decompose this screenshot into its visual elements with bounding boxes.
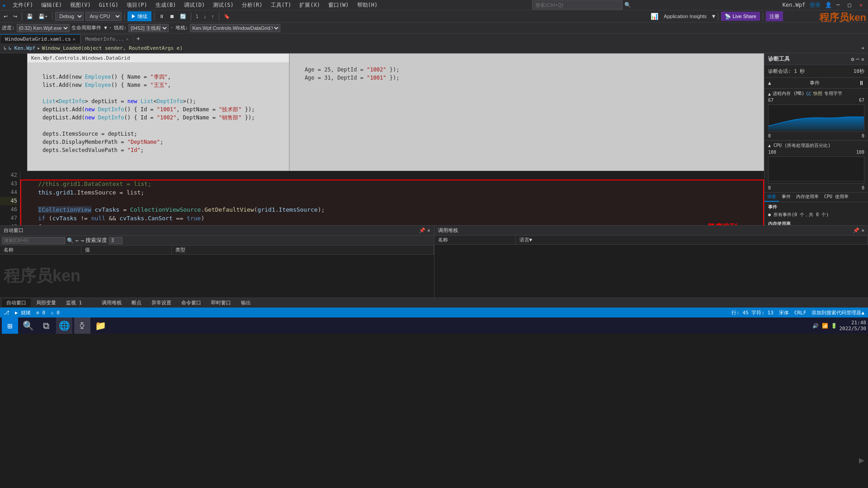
breadcrumb-project[interactable]: ↳ Ken.Wpf — [9, 45, 36, 51]
save-btn[interactable]: 💾 — [25, 11, 35, 21]
menu-project[interactable]: 项目(P) — [123, 0, 151, 10]
auto-window-title: 自动窗口 — [4, 227, 24, 234]
auto-window-controls: 📌 ✕ — [419, 227, 430, 233]
cpu-100-right: 100 — [856, 150, 864, 155]
stack-dropdown[interactable]: Ken.Wpf.Controls.WindowDataGrid.Wi... — [190, 24, 280, 32]
step-over-btn[interactable]: ⤵ — [194, 11, 200, 21]
bottom-tab-monitor1[interactable]: 监视 1 — [61, 298, 86, 307]
diag-tab-cpu[interactable]: CPU 使用率 — [821, 193, 851, 202]
auto-window-watermark: 程序员ken — [4, 265, 80, 287]
redo-btn[interactable]: ↪ — [11, 11, 19, 21]
start-btn[interactable]: ▶ 继续 — [127, 11, 151, 21]
start-btn[interactable]: ⊞ — [2, 317, 18, 334]
taskbar-taskview[interactable]: ⧉ — [38, 317, 54, 334]
menu-help[interactable]: 帮助(H) — [354, 0, 382, 10]
diag-minimize-icon[interactable]: ─ — [856, 56, 859, 62]
expand-btn[interactable]: + — [861, 45, 864, 51]
bottom-tab-autowindow[interactable]: 自动窗口 — [2, 298, 31, 307]
menu-test[interactable]: 测试(S) — [209, 0, 237, 10]
build-config-dropdown[interactable]: Debug — [55, 12, 84, 21]
login-link[interactable]: 登录 — [810, 1, 821, 9]
code-text[interactable]: //this.grid1.DataContext = list; this.gr… — [20, 171, 764, 225]
bookmark-btn[interactable]: 🔖 — [222, 11, 232, 21]
call-stack-controls: 📌 ✕ — [853, 227, 864, 233]
feedback-btn[interactable]: 注册 — [766, 11, 783, 21]
step-out-btn[interactable]: ↑ — [210, 11, 216, 21]
bottom-tab-immediate[interactable]: 即时窗口 — [207, 298, 236, 307]
menu-git[interactable]: Git(G) — [95, 1, 122, 9]
auto-window-pin[interactable]: 📌 — [419, 227, 425, 233]
menu-analyze[interactable]: 分析(R) — [238, 0, 266, 10]
status-right: 行: 45 字符: 13 宋体 CRLF 添加到搜索代码管理器▲ — [731, 309, 864, 316]
bottom-tab-locals[interactable]: 局部变量 — [32, 298, 61, 307]
bottom-tab-command[interactable]: 命令窗口 — [177, 298, 206, 307]
auto-window-close[interactable]: ✕ — [427, 227, 430, 233]
stop-btn[interactable]: ⏹ — [168, 11, 176, 21]
menu-tools[interactable]: 工具(T) — [267, 0, 295, 10]
taskbar-chrome[interactable]: 🌐 — [56, 317, 72, 334]
call-stack-pin[interactable]: 📌 — [853, 227, 859, 233]
bottom-tab-breakpoints[interactable]: 断点 — [127, 298, 146, 307]
menu-window[interactable]: 窗口(W) — [325, 0, 353, 10]
menu-ext[interactable]: 扩展(X) — [296, 0, 324, 10]
diag-tab-events[interactable]: 事件 — [779, 193, 793, 202]
bottom-tab-callstack[interactable]: 调用堆栈 — [97, 298, 126, 307]
add-code-btn[interactable]: 添加到搜索代码管理器▲ — [811, 309, 864, 316]
tab-close-1[interactable]: ✕ — [73, 37, 75, 42]
vs-logo: ✦ — [2, 1, 6, 9]
diag-settings-icon[interactable]: ⚙ — [851, 56, 854, 62]
bottom-tab-output[interactable]: 输出 — [236, 298, 255, 307]
diag-tab-summary[interactable]: 摘要 — [764, 193, 779, 202]
taskbar-vs[interactable]: ⧲ — [74, 317, 90, 334]
bottom-tab-exceptions[interactable]: 异常设置 — [147, 298, 176, 307]
process-dropdown[interactable]: (0:32) Ken.Wpf.exe — [17, 24, 70, 32]
tab-close-2[interactable]: ✕ — [126, 37, 129, 42]
save-all-btn[interactable]: 💾+ — [37, 11, 49, 21]
auto-search-input[interactable] — [2, 237, 65, 244]
step-into-btn[interactable]: ↓ — [202, 11, 208, 21]
add-tab-btn[interactable]: + — [134, 33, 143, 43]
depth-input[interactable] — [109, 237, 123, 244]
undo-btn[interactable]: ↩ — [2, 11, 9, 21]
nav-back-btn[interactable]: ← — [75, 237, 79, 244]
debug-ready: ▶ 就绪 — [15, 309, 31, 316]
diag-title-text: 诊断工具 — [768, 55, 790, 63]
scroll-right-btn[interactable]: ▶ — [859, 455, 864, 465]
warning-count: ⚠ 0 — [51, 310, 60, 316]
diag-mem-label: ▲ — [768, 91, 771, 96]
menu-file[interactable]: 文件(F) — [9, 0, 37, 10]
nav-fwd-btn[interactable]: → — [80, 237, 84, 244]
minimize-btn[interactable]: ─ — [833, 2, 843, 8]
menu-edit[interactable]: 编辑(E) — [38, 0, 66, 10]
sep-dot: · — [109, 25, 112, 31]
global-search-input[interactable] — [532, 0, 623, 9]
pause-btn[interactable]: ⏸ — [157, 11, 166, 21]
diag-pause-btn[interactable]: ⏸ — [859, 80, 864, 86]
live-share-btn[interactable]: 📡 Live Share — [721, 12, 760, 21]
diag-mem-zeros: 0 0 — [768, 133, 864, 138]
diag-tab-memory[interactable]: 内存使用率 — [793, 193, 821, 202]
call-stack-close[interactable]: ✕ — [861, 227, 864, 233]
thread-dropdown[interactable]: [9452] 主线程 — [128, 24, 169, 32]
diag-mem-header2: 内存使用率 — [768, 221, 864, 225]
breadcrumb-method[interactable]: Window_Loaded(object sender, RoutedEvent… — [42, 45, 183, 51]
sep7 — [718, 12, 718, 20]
close-btn[interactable]: ✕ — [856, 2, 866, 8]
menu-build[interactable]: 生成(B) — [152, 0, 180, 10]
restart-btn[interactable]: 🔄 — [178, 11, 188, 21]
diag-cpu-top-vals: 100 100 — [768, 150, 864, 155]
diag-cpu-zeros: 0 0 — [768, 185, 864, 190]
tab-member[interactable]: MemberInfo... ✕ — [80, 34, 134, 43]
search-icon: 🔍 — [624, 2, 631, 8]
tab-windowdatagrid[interactable]: WindowDataGrid.xaml.cs ✕ — [0, 34, 80, 43]
menu-debug[interactable]: 调试(D) — [180, 0, 208, 10]
status-left: ⎇ ▶ 就绪 ⊘ 0 ⚠ 0 — [4, 309, 60, 316]
taskbar-search[interactable]: 🔍 — [20, 317, 36, 334]
mem-zero-right: 0 — [862, 133, 864, 138]
app-insights-btn[interactable]: Application Insights — [660, 13, 710, 20]
menu-view[interactable]: 视图(V) — [66, 0, 94, 10]
platform-dropdown[interactable]: Any CPU — [85, 12, 122, 21]
restore-btn[interactable]: □ — [844, 2, 855, 8]
taskbar-explorer[interactable]: 📁 — [92, 317, 108, 334]
diag-close-icon[interactable]: ✕ — [861, 56, 864, 62]
